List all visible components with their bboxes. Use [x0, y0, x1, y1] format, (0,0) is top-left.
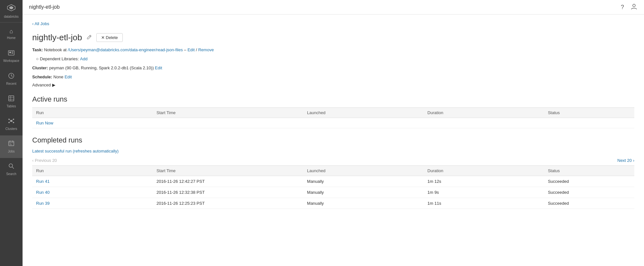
advanced-arrow: ▶ [52, 83, 55, 87]
task-path-link[interactable]: /Users/peyman@databricks.com/data-engine… [68, 47, 183, 52]
active-runs-table: Run Start Time Launched Duration Status … [32, 107, 634, 128]
pagination-row: ‹ Previous 20 Next 20 › [32, 158, 634, 163]
active-col-status: Status [544, 108, 634, 118]
svg-rect-9 [9, 96, 14, 101]
completed-runs-table: Run Start Time Launched Duration Status … [32, 165, 634, 209]
sidebar-item-search[interactable]: Search [0, 158, 23, 181]
search-icon [8, 163, 14, 171]
sidebar-item-workspace[interactable]: Workspace [0, 45, 23, 68]
svg-point-30 [633, 4, 635, 7]
completed-col-status: Status [544, 166, 634, 176]
task-remove-link[interactable]: Remove [198, 47, 214, 52]
databricks-logo-icon [7, 4, 16, 14]
tables-icon [8, 95, 14, 103]
sidebar-label-workspace: Workspace [3, 59, 19, 63]
run-link[interactable]: Run 41 [36, 179, 50, 184]
active-col-run: Run [32, 108, 153, 118]
svg-rect-22 [9, 141, 14, 146]
run-cell: Run 41 [32, 176, 153, 187]
status-cell: Succeeded [544, 176, 634, 187]
sidebar-item-tables[interactable]: Tables [0, 90, 23, 113]
topbar-icons: ? [621, 3, 638, 12]
launched-cell: Manually [303, 187, 424, 198]
sidebar-logo[interactable]: databricks [0, 0, 23, 23]
active-runs-title: Active runs [32, 95, 634, 103]
advanced-label: Advanced [32, 83, 51, 87]
run-now-cell: Run Now [32, 118, 634, 128]
table-row: Run 39 2016-11-26 12:25:23 PST Manually … [32, 198, 634, 209]
latest-run-link[interactable]: Latest successful run (refreshes automat… [32, 149, 119, 153]
status-cell: Succeeded [544, 187, 634, 198]
user-icon[interactable] [630, 3, 638, 12]
svg-line-20 [10, 121, 10, 122]
svg-point-16 [8, 122, 10, 123]
cluster-value: peyman (90 GB, Running, Spark 2.0.2-db1 … [49, 65, 154, 70]
duration-cell: 1m 12s [424, 176, 544, 187]
completed-col-launched: Launched [303, 166, 424, 176]
duration-cell: 1m 9s [424, 187, 544, 198]
sidebar-label-search: Search [6, 172, 16, 176]
sidebar-logo-label: databricks [4, 15, 19, 18]
job-libraries-meta: ○ Dependent Libraries: Add [36, 55, 634, 63]
svg-point-28 [9, 164, 13, 167]
svg-point-14 [8, 119, 10, 120]
task-label: Task: [32, 47, 43, 52]
start-time-cell: 2016-11-26 12:42:27 PST [153, 176, 303, 187]
sidebar-item-clusters[interactable]: Clusters [0, 113, 23, 135]
job-task-meta: Task: Notebook at /Users/peyman@databric… [32, 46, 634, 54]
svg-point-15 [13, 119, 14, 120]
main-content: nightly-etl-job ? ‹ All Jobs nightly-etl… [23, 0, 644, 266]
sidebar-item-jobs[interactable]: Jobs [0, 135, 23, 158]
advanced-toggle[interactable]: Advanced ▶ [32, 83, 634, 87]
previous-page-link[interactable]: ‹ Previous 20 [32, 158, 57, 163]
schedule-edit-link[interactable]: Edit [64, 74, 72, 79]
home-icon: ⌂ [10, 28, 13, 35]
svg-line-29 [12, 167, 14, 169]
dep-lib-add-link[interactable]: Add [80, 55, 88, 63]
topbar: nightly-etl-job ? [23, 0, 644, 15]
cluster-label: Cluster: [32, 65, 48, 70]
edit-job-icon-button[interactable] [87, 34, 92, 41]
bullet: ○ [36, 55, 39, 63]
table-row: Run 41 2016-11-26 12:42:27 PST Manually … [32, 176, 634, 187]
launched-cell: Manually [303, 176, 424, 187]
job-schedule-meta: Schedule: None Edit [32, 74, 634, 81]
job-name-heading: nightly-etl-job [32, 33, 82, 43]
active-col-duration: Duration [424, 108, 544, 118]
sidebar: databricks ⌂ Home Workspace Recent [0, 0, 23, 266]
run-now-row: Run Now [32, 118, 634, 128]
run-cell: Run 39 [32, 198, 153, 209]
sidebar-label-clusters: Clusters [5, 127, 17, 131]
svg-rect-25 [12, 141, 13, 142]
run-now-link[interactable]: Run Now [36, 121, 53, 125]
task-dash: – [184, 47, 187, 52]
clusters-icon [8, 118, 14, 126]
back-link[interactable]: ‹ All Jobs [32, 21, 49, 26]
next-page-link[interactable]: Next 20 › [617, 158, 634, 163]
delete-button[interactable]: ✕ Delete [96, 33, 123, 42]
dep-lib-label: Dependent Libraries: [40, 55, 79, 63]
sidebar-label-home: Home [7, 36, 16, 40]
recent-icon [8, 73, 14, 81]
job-title-row: nightly-etl-job ✕ Delete [32, 33, 634, 43]
active-runs-header-row: Run Start Time Launched Duration Status [32, 108, 634, 118]
topbar-title: nightly-etl-job [29, 4, 60, 10]
help-icon[interactable]: ? [621, 4, 624, 11]
svg-line-21 [12, 121, 13, 122]
completed-runs-header-row: Run Start Time Launched Duration Status [32, 166, 634, 176]
task-edit-link[interactable]: Edit [187, 47, 195, 52]
active-col-launched: Launched [303, 108, 424, 118]
sidebar-label-tables: Tables [7, 104, 16, 108]
launched-cell: Manually [303, 198, 424, 209]
svg-rect-24 [10, 141, 10, 142]
cluster-edit-link[interactable]: Edit [155, 65, 162, 70]
completed-runs-tbody: Run 41 2016-11-26 12:42:27 PST Manually … [32, 176, 634, 209]
sidebar-item-recent[interactable]: Recent [0, 68, 23, 90]
status-cell: Succeeded [544, 198, 634, 209]
start-time-cell: 2016-11-26 12:32:38 PST [153, 187, 303, 198]
run-link[interactable]: Run 39 [36, 201, 50, 206]
completed-col-run: Run [32, 166, 153, 176]
sidebar-item-home[interactable]: ⌂ Home [0, 23, 23, 45]
run-link[interactable]: Run 40 [36, 190, 50, 195]
jobs-icon [8, 140, 14, 148]
